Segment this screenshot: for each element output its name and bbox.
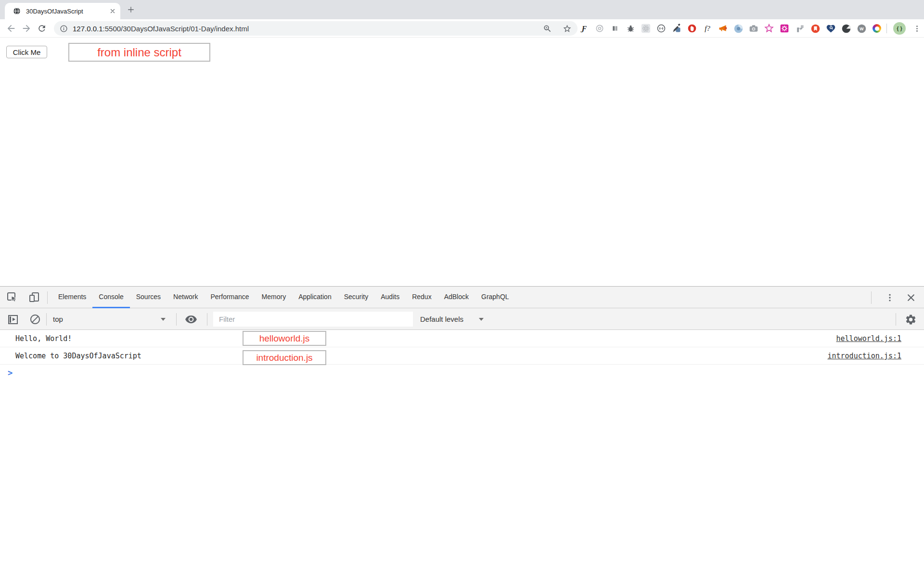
browser-toolbar: 127.0.0.1:5500/30DaysOfJavaScript/01-Day… — [0, 19, 924, 38]
console-sidebar-icon[interactable] — [7, 313, 19, 326]
corner-arrow-icon[interactable] — [795, 23, 805, 34]
tabbar-right-separator — [871, 291, 872, 304]
tab-graphql[interactable]: GraphQL — [475, 287, 515, 308]
heart-search-icon[interactable] — [825, 23, 836, 34]
tab-audits[interactable]: Audits — [374, 287, 406, 308]
tab-adblock[interactable]: AdBlock — [438, 287, 475, 308]
extensions-row: Ƒ f? W — [579, 23, 882, 34]
filter-input[interactable] — [213, 312, 413, 327]
atom-orbit-icon[interactable] — [594, 23, 605, 34]
function-question-icon[interactable]: f? — [702, 23, 713, 34]
console-prompt-row[interactable]: > — [0, 365, 924, 382]
color-ring-icon[interactable] — [872, 23, 882, 34]
url-path: :5500/30DaysOfJavaScript/01-Day/index.ht… — [103, 25, 249, 33]
source-link[interactable]: helloworld.js:1 — [836, 330, 901, 347]
pink-star-icon[interactable] — [764, 23, 774, 34]
tabbar-separator — [47, 291, 48, 304]
tab-elements[interactable]: Elements — [52, 287, 92, 308]
tab-application[interactable]: Application — [292, 287, 338, 308]
globe-favicon-icon — [13, 7, 21, 15]
tab-close-icon[interactable] — [110, 8, 116, 14]
tab-strip: 30DaysOfJavaScript — [0, 0, 924, 19]
fonts-ninja-icon[interactable]: Ƒ — [579, 23, 590, 34]
devtools-close-icon[interactable] — [905, 291, 917, 304]
inline-script-box: from inline script — [68, 43, 210, 62]
zoom-icon[interactable] — [543, 24, 552, 33]
levels-dropdown-icon[interactable] — [479, 318, 484, 321]
site-info-icon[interactable] — [60, 25, 68, 33]
back-icon[interactable] — [6, 23, 16, 34]
log-levels-selector[interactable]: Default levels — [420, 308, 463, 330]
browser-tab[interactable]: 30DaysOfJavaScript — [5, 3, 120, 19]
inspect-element-icon[interactable] — [6, 291, 18, 303]
browser-window: 30DaysOfJavaScript 127.0.0.1:5500/30Days… — [0, 0, 924, 578]
url-text: 127.0.0.1:5500/30DaysOfJavaScript/01-Day… — [73, 25, 543, 33]
bug-icon[interactable] — [625, 23, 636, 34]
devtools-panel: Elements Console Sources Network Perform… — [0, 286, 924, 578]
react-devtools-icon[interactable] — [641, 23, 651, 34]
devtools-tabs: Elements Console Sources Network Perform… — [52, 287, 515, 308]
console-toolbar-separator-3 — [207, 313, 207, 326]
tab-network[interactable]: Network — [167, 287, 204, 308]
reload-icon[interactable] — [37, 23, 47, 34]
console-toolbar: top Default levels — [0, 308, 924, 330]
adblock-hand-icon[interactable] — [687, 23, 697, 34]
click-me-button[interactable]: Click Me — [6, 46, 47, 58]
url-bar[interactable]: 127.0.0.1:5500/30DaysOfJavaScript/01-Day… — [54, 21, 578, 36]
tab-console[interactable]: Console — [92, 287, 129, 308]
tab-redux[interactable]: Redux — [406, 287, 437, 308]
camera-icon[interactable] — [748, 23, 759, 34]
code-circle-icon[interactable] — [656, 23, 667, 34]
page-content: Click Me from inline script — [0, 38, 924, 286]
toolbar-separator — [886, 24, 887, 33]
clear-console-icon[interactable] — [29, 313, 41, 326]
console-message: Hello, World! — [15, 330, 72, 347]
new-tab-button[interactable] — [124, 3, 138, 16]
live-expression-eye-icon[interactable] — [185, 313, 197, 326]
console-row: Hello, World! helloworld.js helloworld.j… — [0, 330, 924, 347]
pause-columns-icon[interactable] — [610, 23, 620, 34]
devtools-menu-icon[interactable] — [884, 291, 896, 304]
tab-security[interactable]: Security — [338, 287, 375, 308]
magenta-app-icon[interactable] — [779, 23, 790, 34]
context-selector[interactable]: top — [53, 308, 63, 330]
red-bookmark-icon[interactable] — [810, 23, 821, 34]
device-toolbar-icon[interactable] — [28, 291, 40, 303]
console-prompt-chevron[interactable]: > — [8, 365, 13, 381]
tab-sources[interactable]: Sources — [130, 287, 167, 308]
url-host: 127.0.0.1 — [73, 25, 103, 33]
console-settings-gear-icon[interactable] — [904, 313, 917, 326]
console-toolbar-separator-2 — [176, 313, 177, 326]
colorzilla-icon[interactable] — [671, 23, 682, 34]
announcer-megaphone-icon[interactable] — [718, 23, 728, 34]
browser-menu-icon[interactable] — [911, 23, 922, 34]
annotation-badge: helloworld.js — [243, 331, 326, 346]
console-toolbar-separator-1 — [46, 313, 47, 326]
bookmark-star-icon[interactable] — [563, 24, 572, 33]
forward-icon[interactable] — [21, 23, 32, 34]
annotation-badge: introduction.js — [243, 350, 326, 365]
gray-w-circle-icon[interactable]: W — [856, 23, 867, 34]
tab-memory[interactable]: Memory — [256, 287, 293, 308]
tab-title: 30DaysOfJavaScript — [26, 8, 110, 15]
console-row: Welcome to 30DaysOfJavaScript introducti… — [0, 347, 924, 365]
swirl-circle-icon[interactable] — [733, 23, 744, 34]
devtools-tabbar: Elements Console Sources Network Perform… — [0, 287, 924, 308]
profile-avatar[interactable]: { } — [893, 22, 906, 35]
console-output: Hello, World! helloworld.js helloworld.j… — [0, 330, 924, 578]
dark-g-circle-icon[interactable] — [841, 23, 851, 34]
console-message: Welcome to 30DaysOfJavaScript — [15, 347, 141, 365]
context-dropdown-icon[interactable] — [161, 318, 166, 321]
tab-performance[interactable]: Performance — [204, 287, 255, 308]
source-link[interactable]: introduction.js:1 — [827, 347, 901, 365]
console-toolbar-separator-4 — [896, 313, 896, 326]
svg-text:W: W — [860, 26, 864, 31]
